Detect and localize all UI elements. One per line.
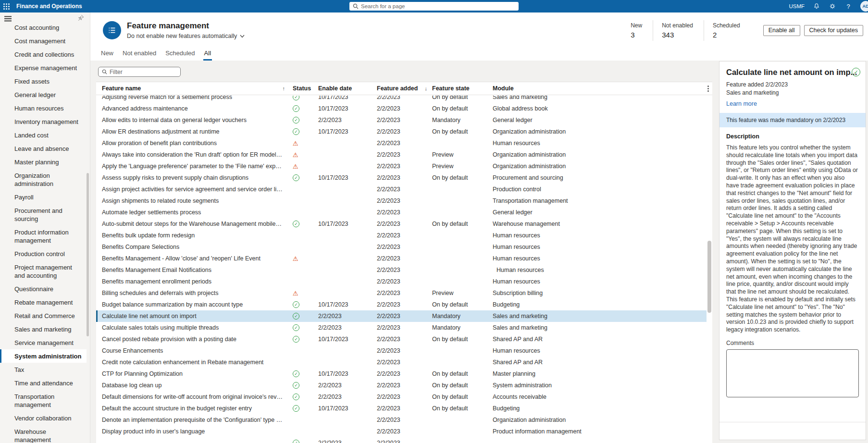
sidebar-item-production-control[interactable]: Production control bbox=[0, 247, 87, 260]
sidebar-item-project-management-and-accounting[interactable]: Project management and accounting bbox=[0, 260, 87, 282]
sidebar-item-organization-administration[interactable]: Organization administration bbox=[0, 169, 87, 190]
table-row[interactable]: Adjusting reverse match for a settlement… bbox=[96, 96, 707, 103]
status-warning-icon: ⚠ bbox=[293, 163, 298, 170]
sidebar-item-transportation-management[interactable]: Transportation management bbox=[0, 390, 87, 411]
settings-gear-icon[interactable] bbox=[829, 2, 836, 10]
learn-more-link[interactable]: Learn more bbox=[719, 100, 764, 107]
notifications-bell-icon[interactable] bbox=[813, 2, 820, 10]
column-header-status[interactable]: Status bbox=[290, 85, 318, 92]
column-header-feature-added[interactable]: Feature added↓ bbox=[377, 85, 432, 92]
sidebar-item-label: Warehouse management bbox=[14, 428, 51, 443]
table-scrollbar[interactable] bbox=[707, 241, 711, 313]
table-row[interactable]: Calculate sales totals using multiple th… bbox=[96, 322, 707, 333]
pin-icon[interactable] bbox=[77, 14, 84, 23]
tab-scheduled[interactable]: Scheduled bbox=[164, 48, 196, 61]
sidebar-item-time-and-attendance[interactable]: Time and attendance bbox=[0, 376, 87, 390]
table-row[interactable]: Allow ER destinations adjustment at runt… bbox=[96, 126, 707, 137]
sidebar-item-credit-and-collections[interactable]: Credit and collections bbox=[0, 48, 87, 61]
tab-not-enabled[interactable]: Not enabled bbox=[122, 48, 157, 61]
sidebar-item-retail-and-commerce[interactable]: Retail and Commerce bbox=[0, 309, 87, 322]
company-selector[interactable]: USMF bbox=[789, 3, 805, 9]
panel-footer-divider bbox=[719, 422, 866, 422]
sidebar-item-sales-and-marketing[interactable]: Sales and marketing bbox=[0, 322, 87, 336]
grid-options-icon[interactable] bbox=[707, 88, 709, 89]
table-row[interactable]: Course Enhancements2/2/2023Human resourc… bbox=[96, 345, 707, 357]
waffle-menu-icon[interactable] bbox=[0, 0, 12, 12]
table-row[interactable]: Cancel posted rebate provision with a po… bbox=[96, 333, 707, 345]
sidebar-item-label: Sales and marketing bbox=[14, 326, 72, 333]
sidebar-item-warehouse-management[interactable]: Warehouse management bbox=[0, 425, 87, 443]
table-row[interactable]: Display product info in user's language2… bbox=[96, 426, 707, 437]
sidebar-item-service-management[interactable]: Service management bbox=[0, 336, 87, 349]
sidebar-item-inventory-management[interactable]: Inventory management bbox=[0, 115, 87, 128]
table-row[interactable]: Calculate line net amount on import2/2/2… bbox=[96, 310, 707, 322]
table-row[interactable]: Always take into consideration the 'Run … bbox=[96, 149, 707, 160]
status-cell bbox=[290, 105, 318, 112]
help-icon[interactable]: ? bbox=[844, 2, 852, 10]
sidebar-item-payroll[interactable]: Payroll bbox=[0, 190, 87, 204]
sidebar-item-tax[interactable]: Tax bbox=[0, 363, 87, 376]
sidebar-item-procurement-and-sourcing[interactable]: Procurement and sourcing bbox=[0, 204, 87, 225]
sidebar-item-vendor-collaboration[interactable]: Vendor collaboration bbox=[0, 411, 87, 425]
check-for-updates-button[interactable]: Check for updates bbox=[804, 25, 863, 36]
column-header-feature-state[interactable]: Feature state bbox=[432, 85, 493, 92]
global-search-input[interactable] bbox=[361, 3, 519, 9]
sidebar-item-fixed-assets[interactable]: Fixed assets bbox=[0, 74, 87, 88]
table-row[interactable]: Assign shipments to related route segmen… bbox=[96, 195, 707, 207]
sidebar-item-product-information-management[interactable]: Product information management bbox=[0, 225, 87, 247]
table-row[interactable]: Assign project activities for service ag… bbox=[96, 184, 707, 195]
feature-name-cell: Automate ledger settlements process bbox=[102, 209, 290, 216]
sidebar-item-expense-management[interactable]: Expense management bbox=[0, 61, 87, 74]
table-row[interactable]: Default the account structure in the bud… bbox=[96, 403, 707, 414]
sidebar-item-human-resources[interactable]: Human resources bbox=[0, 101, 87, 115]
table-row[interactable]: Benefits Management Email Notifications2… bbox=[96, 264, 707, 276]
table-row[interactable]: 2/2/20232/2/2023 bbox=[96, 437, 707, 443]
feature-policy-dropdown[interactable]: Do not enable new features automatically bbox=[127, 33, 245, 39]
hamburger-menu-icon[interactable] bbox=[4, 16, 12, 22]
feature-name-cell: Benefits Compare Selections bbox=[102, 244, 290, 250]
filter-input[interactable] bbox=[110, 69, 180, 75]
table-row[interactable]: Auto-submit detour steps for the Warehou… bbox=[96, 218, 707, 230]
column-header-module[interactable]: Module bbox=[493, 85, 712, 92]
table-row[interactable]: Benefits Compare Selections2/2/2023Human… bbox=[96, 241, 707, 253]
enable-all-button[interactable]: Enable all bbox=[763, 25, 800, 36]
sidebar-item-landed-cost[interactable]: Landed cost bbox=[0, 128, 87, 142]
column-header-feature-name[interactable]: Feature name↑ bbox=[102, 85, 290, 92]
table-row[interactable]: Apply the 'Language preference' paramete… bbox=[96, 160, 707, 172]
sidebar-item-system-administration[interactable]: System administration bbox=[0, 349, 87, 363]
sidebar-item-cost-management[interactable]: Cost management bbox=[0, 34, 87, 48]
global-search[interactable] bbox=[349, 2, 519, 11]
sidebar-item-questionnaire[interactable]: Questionnaire bbox=[0, 282, 87, 295]
table-row[interactable]: Benefits Management - Allow 'close' and … bbox=[96, 253, 707, 264]
table-row[interactable]: Advanced address maintenance10/17/20232/… bbox=[96, 103, 707, 114]
sidebar-item-general-ledger[interactable]: General ledger bbox=[0, 88, 87, 101]
tab-all[interactable]: All bbox=[203, 48, 212, 61]
table-row[interactable]: Budget balance summarization by main acc… bbox=[96, 299, 707, 310]
table-row[interactable]: Automate ledger settlements process2/2/2… bbox=[96, 207, 707, 218]
column-header-enable-date[interactable]: Enable date bbox=[318, 85, 377, 92]
table-row[interactable]: Credit note calculation enhancement in R… bbox=[96, 357, 707, 368]
sidebar-item-master-planning[interactable]: Master planning bbox=[0, 155, 87, 169]
table-row[interactable]: Denote an implementation prerequisite of… bbox=[96, 414, 707, 426]
avatar[interactable]: AD bbox=[860, 1, 868, 12]
table-row[interactable]: Benefits management enrollment periods2/… bbox=[96, 276, 707, 287]
feature-added-cell: 2/2/2023 bbox=[377, 128, 432, 135]
comments-textarea[interactable] bbox=[726, 349, 859, 397]
sidebar-item-cost-accounting[interactable]: Cost accounting bbox=[0, 24, 87, 34]
table-row[interactable]: Benefits bulk update form redesign2/2/20… bbox=[96, 230, 707, 241]
feature-name-cell: Database log clean up bbox=[102, 382, 290, 389]
table-row[interactable]: Default dimensions for write-off account… bbox=[96, 391, 707, 403]
sidebar-scrollbar[interactable] bbox=[87, 173, 89, 336]
filter-box[interactable] bbox=[98, 67, 181, 77]
table-row[interactable]: Database log clean up2/2/20232/2/2023On … bbox=[96, 380, 707, 391]
table-row[interactable]: Allow edits to internal data on general … bbox=[96, 114, 707, 126]
sidebar-item-rebate-management[interactable]: Rebate management bbox=[0, 295, 87, 309]
table-row[interactable]: Assess supply risks to prevent supply ch… bbox=[96, 172, 707, 184]
sidebar-item-leave-and-absence[interactable]: Leave and absence bbox=[0, 142, 87, 155]
table-row[interactable]: CTP for Planning Optimization10/17/20232… bbox=[96, 368, 707, 380]
tab-new[interactable]: New bbox=[100, 48, 114, 61]
feature-added-cell: 2/2/2023 bbox=[377, 221, 432, 227]
feature-added-cell: 2/2/2023 bbox=[377, 197, 432, 204]
table-row[interactable]: Billing schedules and deferrals with pro… bbox=[96, 287, 707, 299]
table-row[interactable]: Allow proration of benefit plan contribu… bbox=[96, 137, 707, 149]
